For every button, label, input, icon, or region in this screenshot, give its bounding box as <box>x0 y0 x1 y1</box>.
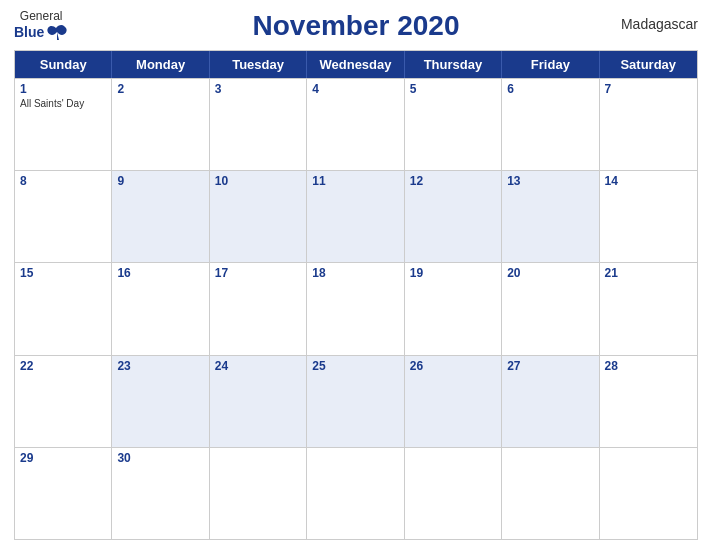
day-cell: 22 <box>15 356 112 447</box>
holiday-name: All Saints' Day <box>20 98 106 110</box>
day-number: 3 <box>215 82 222 96</box>
day-number: 18 <box>312 266 325 280</box>
day-number: 22 <box>20 359 33 373</box>
day-number: 19 <box>410 266 423 280</box>
day-cell: 13 <box>502 171 599 262</box>
day-cell: 2 <box>112 79 209 170</box>
day-number: 1 <box>20 82 27 96</box>
day-number: 16 <box>117 266 130 280</box>
day-number: 25 <box>312 359 325 373</box>
day-number: 26 <box>410 359 423 373</box>
day-cell: 7 <box>600 79 697 170</box>
week-row-4: 22232425262728 <box>15 355 697 447</box>
day-number: 23 <box>117 359 130 373</box>
day-cell: 10 <box>210 171 307 262</box>
day-cell <box>210 448 307 539</box>
calendar-grid: SundayMondayTuesdayWednesdayThursdayFrid… <box>14 50 698 540</box>
day-number: 17 <box>215 266 228 280</box>
day-cell: 14 <box>600 171 697 262</box>
day-cell: 24 <box>210 356 307 447</box>
day-cell: 1All Saints' Day <box>15 79 112 170</box>
day-cell: 15 <box>15 263 112 354</box>
day-cell: 20 <box>502 263 599 354</box>
week-row-2: 891011121314 <box>15 170 697 262</box>
logo-bird-icon <box>46 24 68 42</box>
day-number: 30 <box>117 451 130 465</box>
day-cell: 21 <box>600 263 697 354</box>
day-header-friday: Friday <box>502 51 599 78</box>
day-cell: 3 <box>210 79 307 170</box>
day-cell: 19 <box>405 263 502 354</box>
day-cell: 30 <box>112 448 209 539</box>
day-cell <box>405 448 502 539</box>
logo-blue-text: Blue <box>14 25 44 40</box>
week-row-5: 2930 <box>15 447 697 539</box>
day-number: 14 <box>605 174 618 188</box>
day-cell: 12 <box>405 171 502 262</box>
calendar-container: General Blue November 2020 Madagascar Su… <box>0 0 712 550</box>
country-label: Madagascar <box>621 16 698 32</box>
day-number: 10 <box>215 174 228 188</box>
day-number: 29 <box>20 451 33 465</box>
day-number: 20 <box>507 266 520 280</box>
day-number: 6 <box>507 82 514 96</box>
day-cell: 8 <box>15 171 112 262</box>
day-cell: 4 <box>307 79 404 170</box>
logo-general-text: General <box>20 10 63 23</box>
day-cell: 27 <box>502 356 599 447</box>
day-cell: 29 <box>15 448 112 539</box>
day-number: 9 <box>117 174 124 188</box>
day-number: 11 <box>312 174 325 188</box>
calendar-header: General Blue November 2020 Madagascar <box>14 10 698 42</box>
day-number: 13 <box>507 174 520 188</box>
day-cell: 18 <box>307 263 404 354</box>
day-number: 27 <box>507 359 520 373</box>
day-cell <box>307 448 404 539</box>
day-cell: 25 <box>307 356 404 447</box>
week-row-3: 15161718192021 <box>15 262 697 354</box>
day-header-wednesday: Wednesday <box>307 51 404 78</box>
day-header-tuesday: Tuesday <box>210 51 307 78</box>
day-number: 7 <box>605 82 612 96</box>
day-number: 5 <box>410 82 417 96</box>
day-headers-row: SundayMondayTuesdayWednesdayThursdayFrid… <box>15 51 697 78</box>
day-cell <box>600 448 697 539</box>
day-cell: 26 <box>405 356 502 447</box>
day-header-monday: Monday <box>112 51 209 78</box>
day-number: 4 <box>312 82 319 96</box>
day-number: 12 <box>410 174 423 188</box>
day-number: 15 <box>20 266 33 280</box>
day-cell: 6 <box>502 79 599 170</box>
day-number: 24 <box>215 359 228 373</box>
day-header-saturday: Saturday <box>600 51 697 78</box>
day-cell: 17 <box>210 263 307 354</box>
day-cell <box>502 448 599 539</box>
logo: General Blue <box>14 10 68 41</box>
day-cell: 9 <box>112 171 209 262</box>
weeks-container: 1All Saints' Day234567891011121314151617… <box>15 78 697 539</box>
day-cell: 23 <box>112 356 209 447</box>
day-header-thursday: Thursday <box>405 51 502 78</box>
day-cell: 5 <box>405 79 502 170</box>
day-header-sunday: Sunday <box>15 51 112 78</box>
day-number: 8 <box>20 174 27 188</box>
week-row-1: 1All Saints' Day234567 <box>15 78 697 170</box>
day-cell: 28 <box>600 356 697 447</box>
day-number: 28 <box>605 359 618 373</box>
day-number: 2 <box>117 82 124 96</box>
day-cell: 16 <box>112 263 209 354</box>
month-title: November 2020 <box>252 10 459 42</box>
day-number: 21 <box>605 266 618 280</box>
day-cell: 11 <box>307 171 404 262</box>
